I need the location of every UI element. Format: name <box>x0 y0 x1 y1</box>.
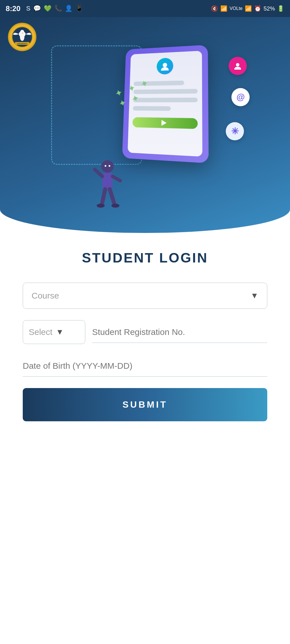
hero-section: UNIVERSITY <box>0 17 290 233</box>
select-dropdown[interactable]: Select ▼ <box>23 320 85 344</box>
login-form: Course ▼ Select ▼ SUBMIT <box>23 283 267 421</box>
svg-point-17 <box>111 204 119 208</box>
svg-point-6 <box>163 63 167 67</box>
svg-line-14 <box>102 189 105 205</box>
app-icon-skype: S <box>26 5 30 12</box>
select-label: Select <box>29 327 52 337</box>
svg-line-15 <box>110 189 115 205</box>
select-arrow: ▼ <box>56 328 64 337</box>
main-content: STUDENT LOGIN Course ▼ Select ▼ SUBMIT <box>0 233 290 433</box>
wifi-icon: 📶 <box>220 5 227 12</box>
app-icon-chat: 💬 <box>33 5 41 12</box>
battery-icon: 🔋 <box>277 5 284 12</box>
float-user-icon <box>229 57 247 75</box>
battery-text: 52% <box>264 5 275 12</box>
phone-screen <box>128 51 202 157</box>
svg-point-10 <box>109 165 110 167</box>
dob-input[interactable] <box>23 355 267 377</box>
app-icon-whatsapp: 💚 <box>44 5 51 12</box>
app-icon-phone: 📞 <box>54 5 62 12</box>
svg-rect-11 <box>102 173 113 190</box>
course-dropdown-arrow: ▼ <box>250 291 258 300</box>
page-title: STUDENT LOGIN <box>23 250 267 266</box>
app-icon-person: 👤 <box>65 5 72 12</box>
status-right: 🔇 📶 VOLte 📶 ⏰ 52% 🔋 <box>211 5 284 12</box>
course-placeholder: Course <box>32 291 59 301</box>
phone-line-4 <box>133 106 171 111</box>
phone-play-btn <box>132 117 198 129</box>
app-icon-phone2: 📱 <box>75 5 83 12</box>
hero-illustration: @ ✳ ✦ ✦ ✦✦ ✦ <box>99 34 252 219</box>
play-triangle <box>161 120 167 126</box>
svg-point-16 <box>97 204 105 208</box>
svg-point-2 <box>20 33 24 41</box>
network-icon: VOLte <box>230 6 243 11</box>
svg-point-9 <box>105 165 106 167</box>
status-bar: 8:20 S 💬 💚 📞 👤 📱 🔇 📶 VOLte 📶 ⏰ 52% 🔋 <box>0 0 290 17</box>
alarm-icon: ⏰ <box>254 5 261 12</box>
status-left: 8:20 S 💬 💚 📞 👤 📱 <box>6 4 83 13</box>
svg-point-7 <box>236 63 239 66</box>
mute-icon: 🔇 <box>211 5 218 12</box>
float-star-icon: ✳ <box>226 122 244 140</box>
university-logo: UNIVERSITY <box>8 23 36 51</box>
figure-person <box>90 155 125 213</box>
phone-circle <box>157 58 173 75</box>
registration-input[interactable] <box>92 322 267 343</box>
course-dropdown-wrapper[interactable]: Course ▼ <box>23 283 267 309</box>
svg-line-13 <box>113 176 120 181</box>
signal-icon: 📶 <box>245 5 252 12</box>
svg-text:UNIVERSITY: UNIVERSITY <box>17 43 27 45</box>
submit-label: SUBMIT <box>123 399 168 410</box>
submit-button[interactable]: SUBMIT <box>23 388 267 421</box>
float-at-icon: @ <box>231 88 250 106</box>
select-registration-row: Select ▼ <box>23 320 267 344</box>
status-time: 8:20 <box>6 4 20 13</box>
svg-line-12 <box>95 169 102 176</box>
svg-point-8 <box>101 160 114 173</box>
